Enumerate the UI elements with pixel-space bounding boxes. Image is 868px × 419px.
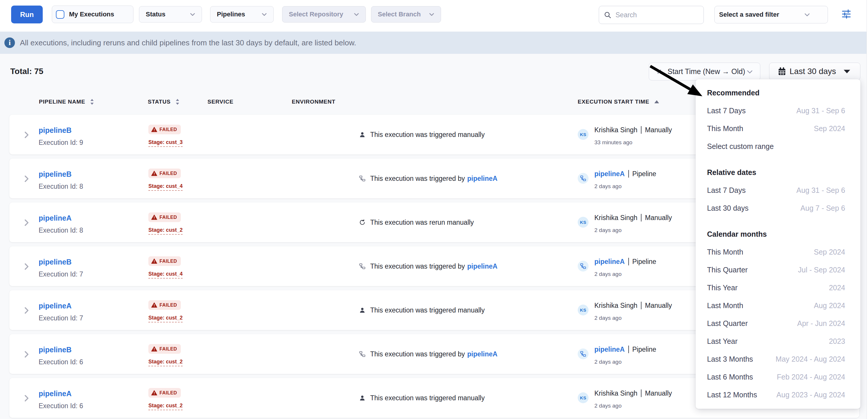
column-header-status[interactable]: STATUS [148, 97, 180, 107]
date-menu-item[interactable]: Last 7 Days Aug 31 - Sep 6 [695, 182, 860, 199]
my-executions-label: My Executions [69, 10, 114, 18]
pipeline-avatar[interactable] [578, 173, 589, 184]
chevron-down-icon [745, 67, 754, 76]
warning-triangle-icon [151, 170, 157, 176]
failed-stage-link[interactable]: Stage: cust_3 [148, 139, 183, 147]
date-menu-item[interactable]: This Quarter Jul - Sep 2024 [695, 261, 860, 279]
date-menu-item[interactable]: This Year 2024 [695, 279, 860, 297]
user-avatar[interactable]: KS [578, 392, 589, 403]
pipeline-avatar[interactable] [578, 261, 589, 271]
status-badge: FAILED [148, 125, 181, 134]
user-avatar[interactable]: KS [578, 129, 589, 140]
date-menu-item[interactable]: This Month Sep 2024 [695, 243, 860, 261]
sort-dropdown[interactable]: Start Time (New → Old) [649, 63, 760, 80]
status-badge-label: FAILED [159, 347, 177, 352]
failed-stage-link[interactable]: Stage: cust_2 [148, 402, 183, 410]
date-menu-item[interactable]: Last 7 Days Aug 31 - Sep 6 [695, 102, 860, 120]
status-dropdown-label: Status [146, 10, 165, 18]
expand-row-chevron[interactable] [21, 217, 32, 228]
saved-filter-label: Select a saved filter [719, 11, 779, 19]
separator [628, 346, 629, 353]
trigger-pipeline-link[interactable]: pipelineA [467, 350, 497, 358]
calendar-icon [778, 67, 786, 76]
execution-id: Execution Id: 7 [39, 270, 83, 279]
pipeline-name-link[interactable]: pipelineA [39, 213, 72, 223]
pipeline-name-link[interactable]: pipelineB [39, 257, 72, 267]
failed-stage-link[interactable]: Stage: cust_4 [148, 271, 183, 279]
status-cell: FAILED Stage: cust_2 [148, 344, 183, 366]
date-menu-item[interactable]: Last 12 Months Aug 2023 - Aug 2024 [695, 386, 860, 404]
expand-row-chevron[interactable] [21, 173, 32, 184]
pipeline-name-link[interactable]: pipelineA [39, 301, 72, 311]
triggered-by-pipeline-link[interactable]: pipelineA [594, 257, 625, 266]
run-button[interactable]: Run [11, 6, 43, 23]
trigger-mode: Manually [645, 389, 672, 398]
status-badge-label: FAILED [159, 302, 177, 308]
pipeline-name-link[interactable]: pipelineB [39, 345, 72, 355]
pipeline-name-link[interactable]: pipelineA [39, 389, 72, 398]
trigger-pipeline-link[interactable]: pipelineA [467, 262, 497, 270]
expand-row-chevron[interactable] [21, 349, 32, 360]
date-menu-item-label: Last 6 Months [707, 373, 753, 381]
failed-stage-link[interactable]: Stage: cust_4 [148, 183, 183, 191]
filter-settings-button[interactable] [841, 8, 852, 20]
date-menu-item[interactable]: Last Quarter Apr - Jun 2024 [695, 315, 860, 332]
date-menu-item-value: 2024 [829, 284, 845, 292]
date-range-dropdown[interactable]: Last 30 days [769, 63, 860, 80]
column-header-service[interactable]: SERVICE [208, 97, 234, 107]
failed-stage-link[interactable]: Stage: cust_2 [148, 315, 183, 322]
separator [641, 389, 642, 397]
trigger-info-cell: This execution was triggered by pipeline… [359, 262, 497, 271]
date-menu-item[interactable]: Select custom range [695, 137, 860, 155]
pipeline-name-link[interactable]: pipelineB [39, 169, 72, 179]
triggered-by-pipeline-link[interactable]: pipelineA [594, 345, 625, 354]
my-executions-checkbox[interactable] [56, 10, 64, 19]
expand-row-chevron[interactable] [21, 261, 32, 272]
expand-row-chevron[interactable] [21, 393, 32, 404]
column-header-environment[interactable]: ENVIRONMENT [292, 97, 335, 107]
user-avatar[interactable]: KS [578, 217, 589, 228]
expand-row-chevron[interactable] [21, 305, 32, 316]
date-menu-item-label: This Year [707, 284, 738, 292]
pipeline-name-link[interactable]: pipelineB [39, 125, 72, 135]
date-menu-item[interactable]: This Month Sep 2024 [695, 120, 860, 137]
search-input[interactable] [615, 11, 699, 19]
caret-down-icon [843, 69, 851, 74]
trigger-pipeline-icon [359, 263, 366, 269]
date-menu-item[interactable]: Last 6 Months Feb 2024 - Aug 2024 [695, 368, 860, 386]
date-menu-item[interactable]: Last 3 Months May 2024 - Aug 2024 [695, 350, 860, 368]
my-executions-toggle[interactable]: My Executions [52, 6, 133, 23]
failed-stage-link[interactable]: Stage: cust_2 [148, 359, 183, 366]
user-avatar[interactable]: KS [578, 304, 589, 315]
date-menu-item[interactable]: Last Year 2023 [695, 332, 860, 350]
date-menu-item-label: Last 12 Months [707, 391, 757, 399]
expand-row-chevron[interactable] [21, 130, 32, 140]
warning-triangle-icon [151, 258, 157, 264]
pipeline-avatar[interactable] [578, 349, 589, 359]
time-ago: 2 days ago [594, 182, 656, 191]
chevron-right-icon [23, 175, 30, 183]
column-header-execution-start-time[interactable]: EXECUTION START TIME [578, 97, 659, 107]
sort-ascending-icon [654, 100, 659, 104]
trigger-pipeline-icon [580, 263, 586, 269]
pipelines-dropdown[interactable]: Pipelines [210, 6, 274, 23]
select-branch-dropdown[interactable]: Select Branch [371, 6, 441, 23]
trigger-info-cell: This execution was triggered by pipeline… [359, 350, 497, 358]
date-menu-item[interactable]: Last Month Aug 2024 [695, 297, 860, 315]
select-repository-dropdown[interactable]: Select Repository [282, 6, 366, 23]
status-dropdown[interactable]: Status [139, 6, 202, 23]
date-menu-item-label: This Quarter [707, 266, 748, 274]
triggered-by-pipeline-link[interactable]: pipelineA [594, 169, 625, 179]
trigger-text: This execution was triggered manually [370, 131, 485, 139]
trigger-pipeline-link[interactable]: pipelineA [467, 175, 497, 183]
time-ago: 2 days ago [594, 402, 672, 410]
trigger-mode: Pipeline [632, 345, 656, 354]
time-ago: 2 days ago [594, 358, 656, 366]
column-header-pipeline-name[interactable]: PIPELINE NAME [39, 97, 95, 107]
saved-filter-dropdown[interactable]: Select a saved filter [714, 6, 828, 23]
status-badge: FAILED [148, 168, 181, 178]
status-badge: FAILED [148, 344, 181, 354]
trigger-text: This execution was triggered by [370, 262, 465, 270]
date-menu-item[interactable]: Last 30 days Aug 7 - Sep 6 [695, 199, 860, 217]
failed-stage-link[interactable]: Stage: cust_2 [148, 227, 183, 235]
